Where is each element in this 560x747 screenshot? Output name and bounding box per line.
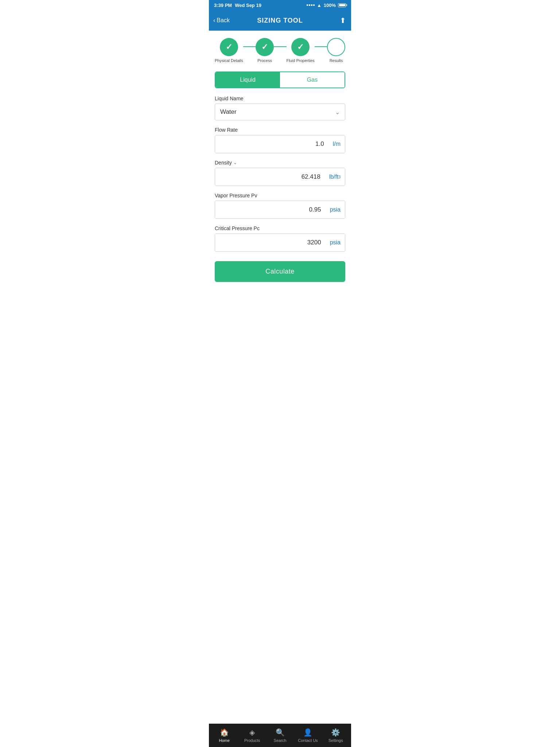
battery-icon: [338, 3, 346, 7]
nav-item-products[interactable]: ◈ Products: [238, 725, 266, 746]
signal-icon: [307, 4, 315, 6]
nav-item-home[interactable]: 🏠 Home: [210, 725, 238, 746]
density-chevron-icon: ⌄: [233, 160, 237, 165]
nav-label-settings: Settings: [328, 738, 343, 743]
fluid-type-toggle: Liquid Gas: [215, 71, 345, 88]
liquid-name-field: Liquid Name Water ⌄: [215, 96, 345, 120]
step-process: ✓ Process: [256, 38, 274, 63]
nav-item-settings[interactable]: ⚙️ Settings: [322, 725, 350, 746]
step-line-1: [243, 46, 256, 47]
nav-label-search: Search: [274, 738, 287, 743]
density-input[interactable]: [215, 168, 325, 186]
density-unit: lb/ft3: [325, 168, 345, 186]
status-right: ▲ 100%: [307, 3, 346, 8]
liquid-name-label: Liquid Name: [215, 96, 345, 101]
flow-rate-input[interactable]: [215, 135, 328, 153]
share-button[interactable]: ⬆: [340, 16, 346, 25]
nav-label-contact: Contact Us: [298, 738, 318, 743]
status-time: 3:39 PM: [214, 3, 232, 8]
back-button[interactable]: ‹ Back: [213, 17, 230, 24]
step-line-2: [274, 46, 286, 47]
step-circle-4: [327, 38, 345, 56]
liquid-name-select[interactable]: Water ⌄: [215, 104, 345, 120]
share-icon: ⬆: [340, 16, 346, 24]
step-circle-2: ✓: [256, 38, 274, 56]
vapor-pressure-input[interactable]: [215, 201, 326, 218]
nav-label-home: Home: [219, 738, 230, 743]
main-content: ✓ Physical Details ✓ Process ✓ Fluid Pro…: [209, 31, 351, 724]
critical-pressure-input[interactable]: [215, 234, 326, 251]
step-label-2: Process: [257, 58, 272, 63]
step-label-4: Results: [330, 58, 343, 63]
header: ‹ Back SIZING TOOL ⬆: [209, 10, 351, 31]
search-icon: 🔍: [276, 728, 285, 737]
page-title: SIZING TOOL: [257, 17, 303, 24]
flow-rate-label: Flow Rate: [215, 127, 345, 133]
contact-icon: 👤: [303, 728, 312, 737]
liquid-name-value: Water: [220, 108, 335, 116]
density-input-row: lb/ft3: [215, 168, 345, 186]
battery-percent: 100%: [324, 3, 336, 8]
flow-rate-unit: l/m: [328, 135, 345, 153]
bottom-navigation: 🏠 Home ◈ Products 🔍 Search 👤 Contact Us …: [209, 724, 351, 747]
nav-item-search[interactable]: 🔍 Search: [266, 725, 294, 746]
nav-item-contact[interactable]: 👤 Contact Us: [294, 725, 322, 746]
flow-rate-field: Flow Rate l/m: [215, 127, 345, 153]
calculate-button[interactable]: Calculate: [215, 261, 345, 282]
step-line-3: [315, 46, 327, 47]
flow-rate-input-row: l/m: [215, 135, 345, 153]
chevron-down-icon: ⌄: [335, 109, 340, 116]
step-label-1: Physical Details: [215, 58, 243, 63]
critical-pressure-field: Critical Pressure Pc psia: [215, 225, 345, 252]
vapor-pressure-input-row: psia: [215, 201, 345, 219]
step-circle-1: ✓: [220, 38, 238, 56]
nav-label-products: Products: [244, 738, 260, 743]
density-label: Density ⌄: [215, 160, 345, 166]
liquid-toggle-button[interactable]: Liquid: [215, 72, 280, 88]
step-results: Results: [327, 38, 345, 63]
settings-icon: ⚙️: [331, 728, 340, 737]
vapor-pressure-field: Vapor Pressure Pv psia: [215, 193, 345, 219]
status-date: Wed Sep 19: [235, 3, 261, 8]
step-circle-3: ✓: [291, 38, 310, 56]
status-bar: 3:39 PM Wed Sep 19 ▲ 100%: [209, 0, 351, 10]
products-icon: ◈: [249, 728, 255, 737]
critical-pressure-input-row: psia: [215, 233, 345, 252]
step-fluid-properties: ✓ Fluid Properties: [287, 38, 315, 63]
vapor-pressure-label: Vapor Pressure Pv: [215, 193, 345, 198]
density-field: Density ⌄ lb/ft3: [215, 160, 345, 186]
progress-steps: ✓ Physical Details ✓ Process ✓ Fluid Pro…: [215, 38, 345, 63]
gas-toggle-button[interactable]: Gas: [280, 72, 345, 88]
step-physical-details: ✓ Physical Details: [215, 38, 243, 63]
wifi-icon: ▲: [317, 3, 322, 8]
home-icon: 🏠: [220, 728, 229, 737]
critical-pressure-label: Critical Pressure Pc: [215, 225, 345, 231]
step-label-3: Fluid Properties: [287, 58, 315, 63]
critical-pressure-unit: psia: [326, 234, 345, 251]
vapor-pressure-unit: psia: [326, 201, 345, 218]
back-chevron-icon: ‹: [213, 17, 215, 24]
back-label: Back: [217, 17, 230, 24]
